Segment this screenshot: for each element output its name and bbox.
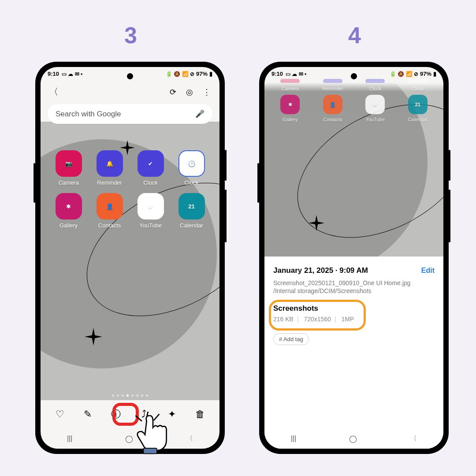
bell-icon: 🔔 — [106, 160, 113, 167]
detail-date: January 21, 2025 · 9:09 AM — [273, 266, 368, 275]
page-indicator — [41, 394, 219, 397]
search-placeholder: Search with Google — [56, 110, 121, 119]
play-icon: ▶ — [149, 203, 153, 210]
phone-4-frame: 9:10 ▭ ☁ ✉ • 🔋 🔕 📶 ⊘ 97%▮ Camera Reminde… — [259, 62, 449, 454]
remaster-icon[interactable]: ⟳ — [170, 87, 176, 97]
status-left-icons: ▭ ☁ ✉ • — [62, 71, 82, 77]
edit-button[interactable]: ✎ — [78, 409, 97, 420]
calendar-icon: 21 — [415, 102, 420, 107]
nav-recents[interactable]: ||| — [291, 435, 296, 443]
status-right-icons: 🔋 🔕 📶 ⊘ — [390, 71, 418, 77]
status-right-icons: 🔋 🔕 📶 ⊘ — [166, 71, 194, 77]
status-time: 9:10 — [48, 71, 59, 77]
image-details-sheet: January 21, 2025 · 9:09 AM Edit Screensh… — [264, 257, 443, 428]
app-contacts[interactable]: 👤 Contacts — [312, 95, 353, 122]
mic-icon[interactable]: 🎤 — [195, 109, 205, 119]
app-calendar[interactable]: 21 Calendar — [172, 193, 211, 229]
nav-home[interactable]: ◯ — [349, 435, 357, 443]
app-contacts[interactable]: 👤 Contacts — [90, 193, 129, 229]
status-battery: 97% — [420, 71, 431, 77]
person-icon: 👤 — [330, 102, 336, 108]
search-bar[interactable]: Search with Google 🎤 — [48, 104, 212, 124]
app-label: Clock — [184, 179, 199, 186]
app-gallery[interactable]: ✱ Gallery — [49, 193, 88, 229]
detail-filename: Screenshot_20250121_090910_One UI Home.j… — [273, 279, 435, 286]
app-label: Calendar — [408, 117, 428, 122]
app-label: Contacts — [98, 222, 121, 229]
app-label: Clock — [143, 179, 158, 186]
app-clock-a[interactable]: ✔ Clock — [131, 150, 170, 186]
app-calendar[interactable]: 21 Calendar — [398, 95, 439, 122]
highlight-screenshot-info — [269, 300, 366, 331]
flower-icon: ✱ — [288, 102, 292, 108]
trash-button[interactable]: 🗑 — [190, 409, 210, 420]
add-tag-button[interactable]: # Add tag — [273, 333, 309, 345]
more-icon[interactable]: ⋮ — [203, 87, 211, 97]
camera-icon: 📷 — [65, 160, 72, 167]
app-reminder[interactable]: 🔔 Reminder — [90, 150, 129, 186]
check-icon: ✔ — [148, 160, 153, 167]
sheet-fade — [264, 83, 443, 92]
app-label: Gallery — [60, 222, 78, 229]
detail-edit-button[interactable]: Edit — [421, 267, 435, 275]
status-battery: 97% — [196, 71, 208, 77]
app-clock-b[interactable]: 🕑 Clock — [172, 150, 211, 186]
app-grid: 📷 Camera 🔔 Reminder ✔ Clock 🕑 Clock ✱ Ga… — [41, 147, 219, 232]
nav-recents[interactable]: ||| — [67, 435, 72, 443]
app-gallery[interactable]: ✱ Gallery — [270, 95, 311, 122]
app-camera[interactable]: 📷 Camera — [49, 150, 88, 186]
favorite-button[interactable]: ♡ — [50, 409, 70, 420]
lens-icon[interactable]: ◎ — [186, 87, 193, 97]
phone-4-screen: 9:10 ▭ ☁ ✉ • 🔋 🔕 📶 ⊘ 97%▮ Camera Reminde… — [264, 67, 443, 449]
nav-home[interactable]: ◯ — [125, 435, 133, 443]
app-label: Camera — [58, 179, 78, 186]
phone-3-screen: 9:10 ▭ ☁ ✉ • 🔋 🔕 📶 ⊘ 97%▮ 〈 ⟳ ◎ ⋮ Search… — [41, 67, 219, 449]
step-4-label: 4 — [348, 22, 361, 48]
detail-path: /Internal storage/DCIM/Screenshots — [273, 287, 435, 294]
status-left-icons: ▭ ☁ ✉ • — [286, 71, 306, 77]
camera-hole — [351, 73, 357, 79]
svg-line-0 — [135, 416, 141, 421]
clock-icon: 🕑 — [188, 160, 195, 167]
nav-bar: ||| ◯ 〈 — [264, 428, 443, 449]
calendar-icon: 21 — [188, 203, 194, 210]
app-youtube[interactable]: ▶ YouTube — [355, 95, 396, 122]
app-label: Calendar — [180, 222, 203, 229]
viewer-top-bar: 〈 ⟳ ◎ ⋮ — [41, 78, 219, 102]
app-label: YouTube — [366, 117, 385, 122]
app-youtube[interactable]: ▶ YouTube — [131, 193, 170, 229]
camera-hole — [127, 73, 133, 79]
nav-back[interactable]: 〈 — [410, 434, 417, 443]
nav-bar: ||| ◯ 〈 — [41, 428, 219, 449]
phone-3-frame: 9:10 ▭ ☁ ✉ • 🔋 🔕 📶 ⊘ 97%▮ 〈 ⟳ ◎ ⋮ Search… — [35, 62, 225, 454]
play-icon: ▶ — [373, 102, 377, 108]
tap-hand-icon — [133, 412, 173, 456]
app-label: Reminder — [97, 179, 122, 186]
app-label: Contacts — [323, 117, 342, 122]
flower-icon: ✱ — [66, 203, 71, 210]
nav-back[interactable]: 〈 — [186, 434, 193, 443]
app-label: YouTube — [139, 222, 162, 229]
back-button[interactable]: 〈 — [49, 86, 58, 98]
app-label: Gallery — [283, 117, 298, 122]
status-time: 9:10 — [271, 71, 283, 77]
step-3-label: 3 — [124, 22, 137, 48]
person-icon: 👤 — [106, 203, 113, 210]
svg-rect-3 — [143, 448, 157, 454]
svg-line-2 — [154, 414, 160, 420]
